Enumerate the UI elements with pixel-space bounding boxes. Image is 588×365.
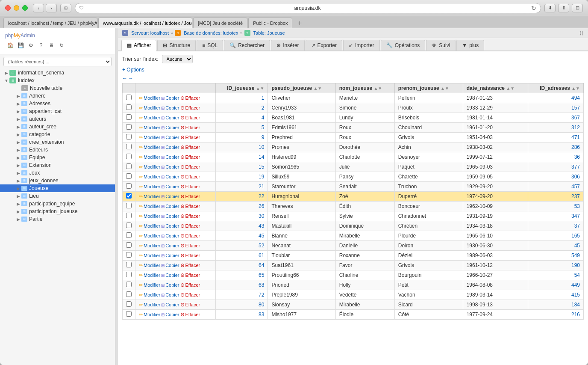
row-checkbox[interactable] [126, 262, 132, 267]
copier-button[interactable]: Copier [165, 135, 179, 140]
sidebar-table-item[interactable]: +Nouvelle table [0, 84, 115, 92]
database-icon[interactable]: 💾 [16, 41, 25, 50]
sidebar-table-item[interactable]: ▶⊞Joueuse [0, 184, 115, 192]
col-header-id-joueuse[interactable]: ID_joueuse ▲▼ [216, 83, 268, 93]
sidebar-table-item[interactable]: ▶⊞participation_joueuse [0, 208, 115, 215]
copier-button[interactable]: Copier [165, 145, 179, 150]
row-checkbox[interactable] [126, 301, 132, 307]
effacer-button[interactable]: Effacer [185, 105, 200, 110]
copier-button[interactable]: Copier [165, 253, 179, 258]
sidebar-table-item[interactable]: ▶⊞Lieu [0, 192, 115, 200]
nav-tab-suivi[interactable]: 👁Suivi [426, 40, 456, 50]
copier-button[interactable]: Copier [165, 184, 179, 189]
effacer-button[interactable]: Effacer [185, 184, 200, 189]
fullscreen-button[interactable] [22, 5, 28, 11]
copier-button[interactable]: Copier [165, 115, 179, 120]
row-checkbox[interactable] [126, 95, 132, 100]
arrow-right-icon[interactable]: → [128, 75, 133, 81]
sync-icon[interactable]: ↻ [57, 41, 66, 50]
modifier-button[interactable]: Modifier [144, 115, 160, 120]
effacer-button[interactable]: Effacer [185, 145, 200, 150]
effacer-button[interactable]: Effacer [185, 312, 200, 317]
col-header-date[interactable]: date_naissance ▲▼ [463, 83, 528, 93]
row-checkbox[interactable] [126, 173, 132, 179]
copier-button[interactable]: Copier [165, 95, 179, 101]
row-checkbox[interactable] [126, 242, 132, 248]
modifier-button[interactable]: Modifier [144, 174, 160, 179]
effacer-button[interactable]: Effacer [185, 194, 200, 199]
row-checkbox[interactable] [126, 124, 132, 130]
nav-tab-afficher[interactable]: ▦Afficher [121, 40, 156, 51]
browser-tab-1[interactable]: www.arquusia.dk / localhost / ludotex / … [98, 18, 192, 28]
row-checkbox[interactable] [126, 282, 132, 287]
modifier-button[interactable]: Modifier [144, 292, 160, 297]
effacer-button[interactable]: Effacer [185, 243, 200, 248]
nav-tab-exporter[interactable]: ↗Exporter [306, 40, 342, 50]
effacer-button[interactable]: Effacer [185, 204, 200, 209]
effacer-button[interactable]: Effacer [185, 263, 200, 268]
sidebar-table-item[interactable]: ▶⊞Equipe [0, 154, 115, 161]
modifier-button[interactable]: Modifier [144, 145, 160, 150]
row-checkbox[interactable] [126, 223, 132, 228]
nav-tab-structure[interactable]: ⊞Structure [157, 40, 196, 50]
new-tab-button[interactable]: + [295, 18, 304, 28]
copier-button[interactable]: Copier [165, 302, 179, 307]
row-checkbox[interactable] [126, 252, 132, 258]
sidebar-table-item[interactable]: ▶⊞jeux_donnee [0, 177, 115, 184]
nav-tab-opérations[interactable]: 🔧Opérations [381, 40, 426, 50]
copier-button[interactable]: Copier [165, 105, 179, 110]
effacer-button[interactable]: Effacer [185, 273, 200, 278]
copier-button[interactable]: Copier [165, 312, 179, 317]
copier-button[interactable]: Copier [165, 214, 179, 219]
modifier-button[interactable]: Modifier [144, 233, 160, 238]
copier-button[interactable]: Copier [165, 154, 179, 160]
reload-icon[interactable]: ↻ [531, 5, 536, 12]
recent-tables-select[interactable]: (Tables récentes) ... [3, 57, 112, 66]
row-checkbox[interactable] [126, 213, 132, 218]
home-icon[interactable]: 🏠 [6, 41, 15, 50]
modifier-button[interactable]: Modifier [144, 125, 160, 130]
row-checkbox[interactable] [126, 311, 132, 317]
sidebar-table-item[interactable]: ▶⊞auteurs [0, 115, 115, 123]
forward-button[interactable]: › [46, 4, 57, 12]
browser-tab-2[interactable]: [MCD] Jeu de société [193, 18, 247, 28]
modifier-button[interactable]: Modifier [144, 154, 160, 160]
copier-button[interactable]: Copier [165, 292, 179, 297]
copier-button[interactable]: Copier [165, 125, 179, 130]
modifier-button[interactable]: Modifier [144, 263, 160, 268]
nav-tab-insérer[interactable]: ⊕Insérer [271, 40, 304, 50]
sidebar-table-item[interactable]: ▶⊞cree_extension [0, 138, 115, 146]
col-header-prenom[interactable]: prenom_joueuse ▲▼ [394, 83, 463, 93]
row-checkbox[interactable] [126, 154, 132, 159]
row-checkbox[interactable] [126, 104, 132, 110]
help-icon[interactable]: ? [37, 41, 45, 50]
share-icon[interactable]: ⬆ [558, 4, 569, 12]
sidebar-item-ludotex[interactable]: ▼ ⊞ ludotex [0, 77, 115, 84]
effacer-button[interactable]: Effacer [185, 223, 200, 228]
effacer-button[interactable]: Effacer [185, 214, 200, 219]
sidebar-table-item[interactable]: ▶⊞Extension [0, 161, 115, 169]
browser-tab-3[interactable]: Public - Dropbox [248, 18, 292, 28]
sidebar-table-item[interactable]: ▶⊞Partie [0, 215, 115, 223]
effacer-button[interactable]: Effacer [185, 282, 200, 288]
sidebar-table-item[interactable]: ▶⊞appartient_cat [0, 107, 115, 115]
nav-tab-rechercher[interactable]: 🔍Rechercher [224, 40, 270, 50]
effacer-button[interactable]: Effacer [185, 292, 200, 297]
url-bar[interactable]: 🛡 arquusia.dk ↻ [75, 3, 541, 13]
modifier-button[interactable]: Modifier [144, 223, 160, 228]
copier-button[interactable]: Copier [165, 174, 179, 179]
nav-tab-plus[interactable]: ▼plus [456, 40, 484, 50]
effacer-button[interactable]: Effacer [185, 135, 200, 140]
minimize-button[interactable] [14, 5, 19, 11]
nav-tab-sql[interactable]: ≡SQL [197, 40, 223, 50]
modifier-button[interactable]: Modifier [144, 253, 160, 258]
breadcrumb-db[interactable]: Base de données: ludotex [184, 30, 238, 36]
options-link[interactable]: + Options [122, 67, 144, 73]
effacer-button[interactable]: Effacer [185, 164, 200, 169]
collapse-icon[interactable]: ⟨⟩ [579, 30, 584, 36]
sidebar-table-item[interactable]: ▶⊞Jeux [0, 169, 115, 177]
modifier-button[interactable]: Modifier [144, 243, 160, 248]
back-button[interactable]: ‹ [33, 4, 44, 12]
monitor-icon[interactable]: 🖥 [47, 41, 56, 50]
row-checkbox[interactable] [126, 134, 132, 139]
